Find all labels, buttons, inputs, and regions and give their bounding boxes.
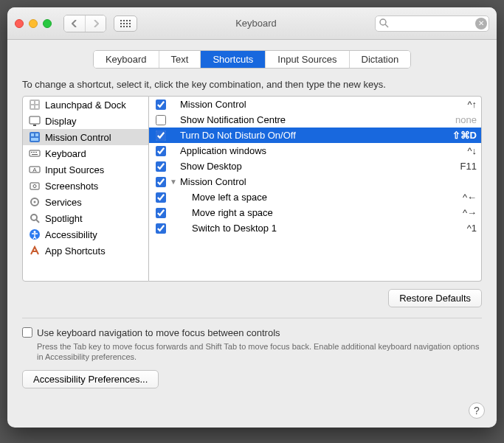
shortcut-label: Turn Do Not Disturb On/Off: [179, 130, 440, 141]
shortcut-checkbox[interactable]: [156, 161, 166, 172]
category-label: Accessibility: [45, 229, 97, 240]
shortcut-row[interactable]: Application windows^↓: [149, 143, 481, 158]
shortcut-key[interactable]: ^←: [440, 192, 477, 203]
shortcut-label: Mission Control: [179, 176, 440, 187]
tab-text[interactable]: Text: [159, 51, 201, 68]
category-services[interactable]: Services: [23, 194, 148, 210]
tab-input-sources[interactable]: Input Sources: [265, 51, 348, 68]
svg-text:A: A: [32, 167, 37, 173]
shortcut-checkbox[interactable]: [156, 192, 166, 203]
close-icon[interactable]: [15, 19, 24, 28]
svg-rect-18: [35, 105, 38, 108]
svg-rect-3: [129, 20, 131, 21]
category-label: Display: [45, 116, 77, 127]
category-app-shortcuts[interactable]: App Shortcuts: [23, 243, 148, 259]
shortcut-key[interactable]: ^↑: [440, 99, 477, 110]
category-mission-control[interactable]: Mission Control: [23, 129, 148, 145]
shortcut-row[interactable]: Show DesktopF11: [149, 158, 481, 174]
nav-segment: [63, 15, 106, 32]
shortcut-panes: Launchpad & DockDisplayMission ControlKe…: [22, 96, 482, 282]
svg-rect-23: [35, 133, 38, 136]
shortcut-checkbox[interactable]: [156, 130, 166, 141]
svg-rect-22: [31, 133, 34, 136]
svg-rect-15: [31, 101, 34, 104]
svg-point-33: [33, 185, 36, 188]
tab-dictation[interactable]: Dictation: [349, 51, 411, 68]
help-button[interactable]: ?: [469, 402, 485, 419]
category-display[interactable]: Display: [23, 113, 148, 129]
shortcut-key[interactable]: ^↓: [440, 145, 477, 156]
keyboard-nav-option[interactable]: Use keyboard navigation to move focus be…: [22, 327, 482, 338]
clear-search-icon[interactable]: ✕: [475, 18, 487, 29]
category-input-sources[interactable]: AInput Sources: [23, 161, 148, 178]
shortcut-key[interactable]: ⇧⌘D: [440, 130, 477, 141]
category-keyboard[interactable]: Keyboard: [23, 145, 148, 161]
services-icon: [29, 196, 41, 208]
shortcut-row[interactable]: Mission Control^↑: [149, 97, 481, 112]
shortcut-checkbox[interactable]: [156, 177, 166, 187]
divider: [22, 318, 482, 318]
search-input[interactable]: [375, 15, 489, 32]
svg-rect-32: [30, 183, 39, 189]
forward-button[interactable]: [85, 15, 106, 32]
svg-line-37: [36, 220, 39, 223]
category-screenshots[interactable]: Screenshots: [23, 178, 148, 194]
tab-shortcuts[interactable]: Shortcuts: [200, 51, 265, 68]
svg-rect-1: [123, 20, 125, 21]
accessibility-preferences-button[interactable]: Accessibility Preferences...: [22, 370, 159, 388]
spotlight-icon: [29, 212, 41, 224]
keyboard-nav-label: Use keyboard navigation to move focus be…: [37, 327, 280, 338]
shortcut-checkbox[interactable]: [156, 223, 166, 234]
svg-line-13: [385, 24, 388, 27]
shortcut-label: Show Notification Centre: [179, 114, 440, 125]
shortcut-label: Switch to Desktop 1: [179, 223, 440, 234]
svg-point-35: [34, 201, 36, 203]
shortcut-key[interactable]: ^→: [440, 207, 477, 218]
svg-rect-11: [129, 26, 131, 27]
window-title: Keyboard: [143, 18, 369, 29]
shortcut-row[interactable]: Move left a space^←: [149, 189, 481, 205]
shortcut-row[interactable]: Move right a space^→: [149, 205, 481, 220]
svg-rect-4: [120, 23, 122, 24]
category-label: Keyboard: [45, 148, 86, 159]
category-label: Spotlight: [45, 213, 83, 224]
disclosure-icon[interactable]: ▼: [168, 178, 179, 186]
content-area: KeyboardTextShortcutsInput SourcesDictat…: [7, 40, 497, 428]
shortcut-key[interactable]: none: [440, 114, 477, 125]
back-button[interactable]: [64, 15, 85, 32]
apps-icon: [29, 245, 41, 257]
shortcut-checkbox[interactable]: [156, 146, 166, 156]
restore-defaults-button[interactable]: Restore Defaults: [388, 289, 482, 307]
keyboard-nav-hint: Press the Tab key to move focus forwards…: [37, 341, 482, 363]
category-list[interactable]: Launchpad & DockDisplayMission ControlKe…: [22, 96, 149, 282]
category-spotlight[interactable]: Spotlight: [23, 210, 148, 226]
shortcut-label: Show Desktop: [179, 161, 440, 172]
category-accessibility[interactable]: Accessibility: [23, 226, 148, 243]
shortcut-list[interactable]: Mission Control^↑Show Notification Centr…: [149, 96, 482, 282]
tab-keyboard[interactable]: Keyboard: [94, 51, 159, 68]
shortcut-row[interactable]: ▼Mission Control: [149, 174, 481, 189]
shortcut-key[interactable]: F11: [440, 161, 477, 172]
category-label: Services: [45, 197, 82, 208]
category-label: Input Sources: [45, 164, 104, 175]
shortcut-checkbox[interactable]: [156, 208, 166, 218]
shortcut-row[interactable]: Turn Do Not Disturb On/Off⇧⌘D: [149, 128, 481, 143]
shortcut-checkbox[interactable]: [156, 100, 166, 110]
shortcut-checkbox[interactable]: [156, 115, 166, 125]
shortcut-key[interactable]: ^1: [440, 223, 477, 234]
svg-rect-26: [31, 152, 32, 153]
shortcut-row[interactable]: Show Notification Centrenone: [149, 112, 481, 128]
titlebar: Keyboard ✕: [7, 7, 497, 40]
category-label: App Shortcuts: [45, 245, 106, 257]
minimize-icon[interactable]: [29, 19, 38, 28]
maximize-icon[interactable]: [43, 19, 52, 28]
category-label: Launchpad & Dock: [45, 100, 126, 111]
keyboard-nav-checkbox[interactable]: [22, 327, 32, 338]
svg-point-39: [34, 231, 36, 233]
category-launchpad-dock[interactable]: Launchpad & Dock: [23, 97, 148, 113]
svg-rect-20: [33, 125, 36, 126]
search-icon: [379, 18, 389, 28]
shortcut-row[interactable]: Switch to Desktop 1^1: [149, 220, 481, 236]
show-all-button[interactable]: [114, 15, 137, 32]
category-label: Screenshots: [45, 181, 98, 192]
